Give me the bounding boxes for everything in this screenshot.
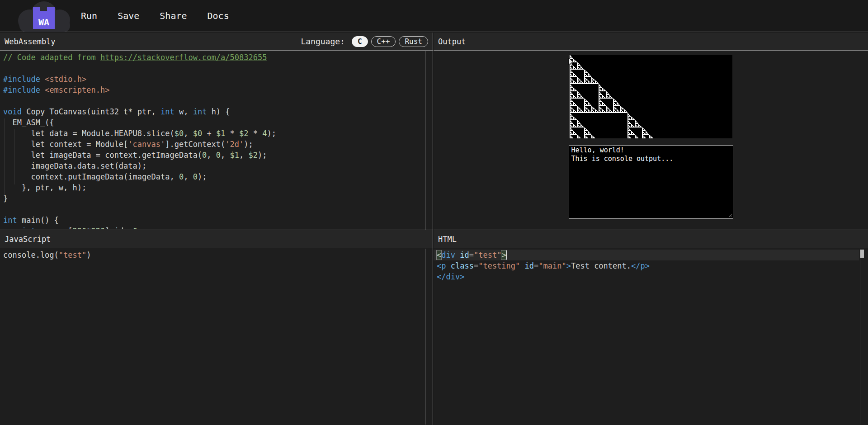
- code-line: EM_ASM_({: [3, 117, 424, 128]
- output-panel-title: Output: [438, 37, 466, 46]
- nav-item-share[interactable]: Share: [159, 9, 188, 23]
- scrollbar-thumb[interactable]: [860, 250, 864, 258]
- output-panel-header: Output: [434, 33, 868, 51]
- javascript-panel-title: JavaScript: [5, 235, 51, 244]
- console-output[interactable]: [569, 145, 733, 219]
- console-wrap: [569, 145, 733, 219]
- output-canvas: [570, 55, 732, 138]
- panel-html: HTML <div id="test"><p class="testing" i…: [434, 230, 868, 425]
- code-line: let context = Module['canvas'].getContex…: [3, 139, 424, 150]
- javascript-code-editor[interactable]: console.log("test"): [0, 248, 433, 425]
- code-line: #include <stdio.h>: [3, 74, 424, 85]
- output-content: [434, 55, 868, 234]
- html-panel-header: HTML: [434, 230, 868, 248]
- language-button-rust[interactable]: Rust: [399, 36, 428, 47]
- javascript-panel-header: JavaScript: [0, 230, 433, 248]
- code-line: // Code adapted from https://stackoverfl…: [3, 52, 424, 63]
- language-label: Language:: [301, 37, 345, 46]
- code-line: let imageData = context.getImageData(0, …: [3, 150, 424, 161]
- wasm-code-editor[interactable]: // Code adapted from https://stackoverfl…: [0, 51, 433, 229]
- navbar: WA Run Save Share Docs: [0, 0, 868, 32]
- panel-webassembly: WebAssembly Language: C C++ Rust // Code…: [0, 33, 433, 230]
- language-button-c[interactable]: C: [352, 36, 368, 47]
- code-line: <p class="testing" id="main">Test conten…: [437, 260, 859, 271]
- code-line: int screen[320*320],idx=0;: [3, 226, 424, 229]
- panel-output: Output: [434, 33, 868, 230]
- webassembly-panel-header: WebAssembly Language: C C++ Rust: [0, 33, 433, 51]
- code-line: [3, 63, 424, 74]
- code-line: }, ptr, w, h);: [3, 182, 424, 193]
- code-line: </div>: [437, 271, 859, 282]
- nav-item-run[interactable]: Run: [80, 9, 98, 23]
- panel-javascript: JavaScript console.log("test"): [0, 230, 433, 425]
- language-button-cpp[interactable]: C++: [371, 36, 396, 47]
- indent-guide: [5, 118, 5, 195]
- app-logo[interactable]: WA: [16, 1, 75, 33]
- code-line: [3, 204, 424, 215]
- scrollbar-track[interactable]: [425, 51, 426, 230]
- code-line: console.log("test"): [3, 250, 424, 260]
- code-line: [3, 95, 424, 106]
- indent-guide: [14, 129, 14, 184]
- code-line: let data = Module.HEAPU8.slice($0, $0 + …: [3, 128, 424, 139]
- code-line: context.putImageData(imageData, 0, 0);: [3, 171, 424, 182]
- html-code-editor[interactable]: <div id="test"><p class="testing" id="ma…: [434, 248, 868, 425]
- scrollbar-track[interactable]: [860, 249, 860, 425]
- resize-handle-icon[interactable]: [728, 213, 732, 217]
- nav-item-docs[interactable]: Docs: [207, 9, 230, 23]
- code-line: }: [3, 193, 424, 204]
- code-line: <div id="test">: [434, 250, 859, 260]
- scrollbar-track[interactable]: [425, 249, 426, 425]
- html-panel-title: HTML: [438, 235, 457, 244]
- code-line: #include <emscripten.h>: [3, 85, 424, 95]
- code-line: int main() {: [3, 215, 424, 226]
- code-line: void Copy_ToCanvas(uint32_t* ptr, int w,…: [3, 106, 424, 117]
- nav-menu: Run Save Share Docs: [80, 9, 230, 23]
- logo-text: WA: [38, 17, 49, 28]
- webassembly-panel-title: WebAssembly: [5, 37, 56, 46]
- code-line: imageData.data.set(data);: [3, 161, 424, 171]
- nav-item-save[interactable]: Save: [117, 9, 140, 23]
- cloud-logo-icon: WA: [16, 1, 75, 33]
